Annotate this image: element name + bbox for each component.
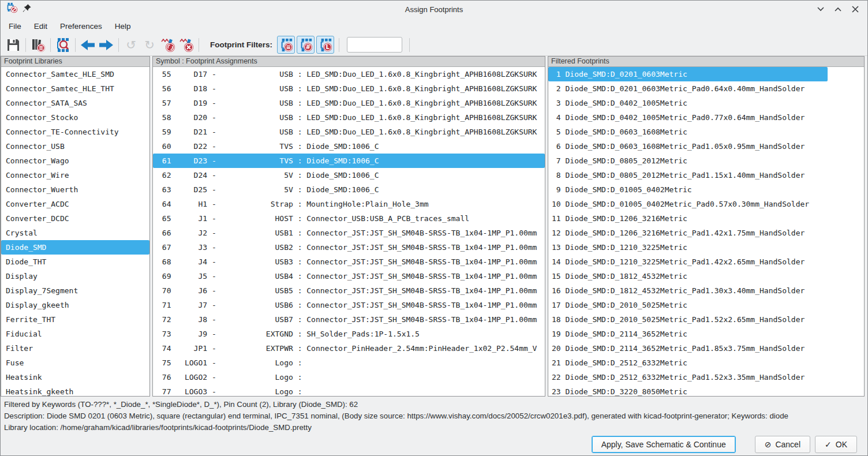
assignment-row[interactable]: 56 D18 - USB : LED_SMD:Duo_LED_1.6x0.8_K… (153, 81, 545, 96)
undo-button[interactable]: ↺ (122, 36, 140, 54)
filtered-footprint-row[interactable]: 18 Diode_SMD:D_2010_5025Metric_Pad1.52x2… (548, 312, 864, 327)
filtered-footprint-row[interactable]: 4 Diode_SMD:D_0402_1005Metric_Pad0.77x0.… (548, 110, 864, 125)
assignment-row[interactable]: 58 D20 - USB : LED_SMD:Duo_LED_1.6x0.8_K… (153, 110, 545, 125)
library-item[interactable]: Connector_Stocko (1, 110, 149, 125)
assignment-row[interactable]: 59 D21 - USB : LED_SMD:Duo_LED_1.6x0.8_K… (153, 125, 545, 139)
library-item[interactable]: Diode_THT (1, 255, 149, 269)
filtered-footprint-row[interactable]: 6 Diode_SMD:D_0603_1608Metric_Pad1.05x0.… (548, 139, 864, 154)
filtered-footprint-row[interactable]: 2 Diode_SMD:D_0201_0603Metric_Pad0.64x0.… (548, 81, 864, 96)
library-item[interactable]: Connector_Wire (1, 168, 149, 182)
library-item[interactable]: Diode_SMD (1, 240, 149, 255)
redo-button[interactable]: ↻ (140, 36, 159, 54)
library-item[interactable]: Connector_TE-Connectivity (1, 125, 149, 139)
assignment-row[interactable]: 64 H1 - Strap : MountingHole:Plain_Hole_… (153, 197, 545, 211)
assignment-row[interactable]: 74 JP1 - EXTPWR : Connector_PinHeader_2.… (153, 341, 545, 356)
library-item[interactable]: Fiducial (1, 327, 149, 341)
library-item[interactable]: Heatsink_gkeeth (1, 384, 149, 396)
save-button[interactable] (4, 36, 23, 54)
toolbar: ↺ ↻ Footprint Filters: (1, 34, 867, 56)
library-item[interactable]: Heatsink (1, 370, 149, 384)
filtered-footprint-row[interactable]: 13 Diode_SMD:D_1210_3225Metric (548, 240, 864, 255)
library-item[interactable]: Connector_Wuerth (1, 182, 149, 197)
library-item[interactable]: Fuse (1, 356, 149, 370)
library-item[interactable]: Ferrite_THT (1, 312, 149, 327)
ok-button[interactable]: ✓ OK (815, 436, 857, 453)
filtered-footprints-header: Filtered Footprints (548, 57, 864, 67)
filtered-footprint-row[interactable]: 12 Diode_SMD:D_1206_3216Metric_Pad1.42x1… (548, 226, 864, 240)
assignment-row[interactable]: 61 D23 - TVS : Diode_SMD:1006_C (153, 154, 545, 168)
filtered-footprint-row[interactable]: 15 Diode_SMD:D_1812_4532Metric (548, 269, 864, 283)
library-item[interactable]: Display_7Segment (1, 283, 149, 298)
library-item[interactable]: Converter_DCDC (1, 211, 149, 226)
redo-icon: ↻ (144, 39, 155, 51)
library-item[interactable]: Connector_Samtec_HLE_THT (1, 81, 149, 96)
library-item[interactable]: Display_gkeeth (1, 298, 149, 312)
assignment-row[interactable]: 77 LOGO3 - Logo : (153, 384, 545, 396)
menu-preferences[interactable]: Preferences (54, 20, 108, 33)
assignment-row[interactable]: 62 D24 - 5V : Diode_SMD:1006_C (153, 168, 545, 182)
filtered-footprint-row[interactable]: 14 Diode_SMD:D_1210_3225Metric_Pad1.42x2… (548, 255, 864, 269)
filtered-footprint-row[interactable]: 17 Diode_SMD:D_2010_5025Metric (548, 298, 864, 312)
assignment-row[interactable]: 73 J9 - EXTGND : SH_Solder_Pads:1P-1.5x1… (153, 327, 545, 341)
filtered-footprint-row[interactable]: 21 Diode_SMD:D_2512_6332Metric (548, 356, 864, 370)
assignment-row[interactable]: 68 J4 - USB3 : Connector_JST:JST_SH_SM04… (153, 255, 545, 269)
view-footprint-button[interactable] (54, 36, 72, 54)
assignment-row[interactable]: 67 J3 - USB2 : Connector_JST:JST_SH_SM04… (153, 240, 545, 255)
filter-by-library-toggle[interactable]: L (316, 36, 334, 54)
filtered-footprint-row[interactable]: 1 Diode_SMD:D_0201_0603Metric (548, 67, 828, 81)
ok-button-label: OK (836, 440, 847, 449)
menu-help[interactable]: Help (109, 20, 137, 33)
assignment-list[interactable]: 55 D17 - USB : LED_SMD:Duo_LED_1.6x0.8_K… (153, 67, 545, 396)
filtered-footprint-row[interactable]: 3 Diode_SMD:D_0402_1005Metric (548, 96, 864, 110)
assignment-row[interactable]: 69 J5 - USB4 : Connector_JST:JST_SH_SM04… (153, 269, 545, 283)
assignment-row[interactable]: 55 D17 - USB : LED_SMD:Duo_LED_1.6x0.8_K… (153, 67, 545, 81)
menu-edit[interactable]: Edit (28, 20, 53, 33)
assignment-row[interactable]: 75 LOGO1 - Logo : (153, 356, 545, 370)
apply-save-continue-button[interactable]: Apply, Save Schematic & Continue (592, 436, 736, 453)
library-item[interactable]: Converter_ACDC (1, 197, 149, 211)
filtered-footprint-row[interactable]: 19 Diode_SMD:D_2114_3652Metric (548, 327, 864, 341)
filtered-footprint-row[interactable]: 16 Diode_SMD:D_1812_4532Metric_Pad1.30x3… (548, 283, 864, 298)
assignment-row[interactable]: 60 D22 - TVS : Diode_SMD:1006_C (153, 139, 545, 154)
assignment-row[interactable]: 72 J8 - USB7 : Connector_JST:JST_SH_SM04… (153, 312, 545, 327)
filtered-footprint-row[interactable]: 11 Diode_SMD:D_1206_3216Metric (548, 211, 864, 226)
previous-button[interactable] (78, 36, 97, 54)
library-item[interactable]: Filter (1, 341, 149, 356)
filtered-footprint-row[interactable]: 10 Diode_SMD:D_01005_0402Metric_Pad0.57x… (548, 197, 864, 211)
filtered-footprint-row[interactable]: 8 Diode_SMD:D_0805_2012Metric_Pad1.15x1.… (548, 168, 864, 182)
next-button[interactable] (97, 36, 115, 54)
library-table-button[interactable] (29, 36, 47, 54)
menu-file[interactable]: File (3, 20, 27, 33)
filtered-footprint-row[interactable]: 5 Diode_SMD:D_0603_1608Metric (548, 125, 864, 139)
filter-by-keyword-toggle[interactable] (277, 36, 295, 54)
library-item[interactable]: Connector_Wago (1, 154, 149, 168)
assignment-row[interactable]: 66 J2 - USB1 : Connector_JST:JST_SH_SM04… (153, 226, 545, 240)
assignment-row[interactable]: 70 J6 - USB5 : Connector_JST:JST_SH_SM04… (153, 283, 545, 298)
library-item[interactable]: Connector_Samtec_HLE_SMD (1, 67, 149, 81)
filtered-footprint-row[interactable]: 22 Diode_SMD:D_2512_6332Metric_Pad1.52x3… (548, 370, 864, 384)
filter-search-input[interactable] (347, 37, 402, 53)
library-list[interactable]: Connector_Samtec_HLE_SMDConnector_Samtec… (1, 67, 149, 396)
filtered-footprint-row[interactable]: 7 Diode_SMD:D_0805_2012Metric (548, 154, 864, 168)
assignment-row[interactable]: 76 LOGO2 - Logo : (153, 370, 545, 384)
filtered-footprint-row[interactable]: 23 Diode_SMD:D_3220_8050Metric (548, 384, 864, 396)
library-item[interactable]: Connector_SATA_SAS (1, 96, 149, 110)
close-icon[interactable] (850, 4, 860, 14)
maximize-icon[interactable] (833, 4, 843, 14)
library-item[interactable]: Connector_USB (1, 139, 149, 154)
window-title: Assign Footprints (1, 5, 867, 14)
filter-by-pin-count-toggle[interactable]: # (297, 36, 315, 54)
library-item[interactable]: Display (1, 269, 149, 283)
assignment-row[interactable]: 65 J1 - HOST : Connector_USB:USB_A_PCB_t… (153, 211, 545, 226)
filtered-footprint-row[interactable]: 20 Diode_SMD:D_2114_3652Metric_Pad1.85x3… (548, 341, 864, 356)
cancel-button[interactable]: ⊘ Cancel (755, 436, 810, 453)
minimize-icon[interactable] (815, 4, 826, 14)
library-item[interactable]: Crystal (1, 226, 149, 240)
delete-association-button[interactable] (159, 36, 177, 54)
assignment-row[interactable]: 57 D19 - USB : LED_SMD:Duo_LED_1.6x0.8_K… (153, 96, 545, 110)
assignment-row[interactable]: 63 D25 - 5V : Diode_SMD:1006_C (153, 182, 545, 197)
delete-all-associations-button[interactable] (177, 36, 196, 54)
assignment-row[interactable]: 71 J7 - USB6 : Connector_JST:JST_SH_SM04… (153, 298, 545, 312)
filtered-footprint-row[interactable]: 9 Diode_SMD:D_01005_0402Metric (548, 182, 864, 197)
filtered-footprint-list[interactable]: 1 Diode_SMD:D_0201_0603Metric 2 Diode_SM… (548, 67, 864, 396)
